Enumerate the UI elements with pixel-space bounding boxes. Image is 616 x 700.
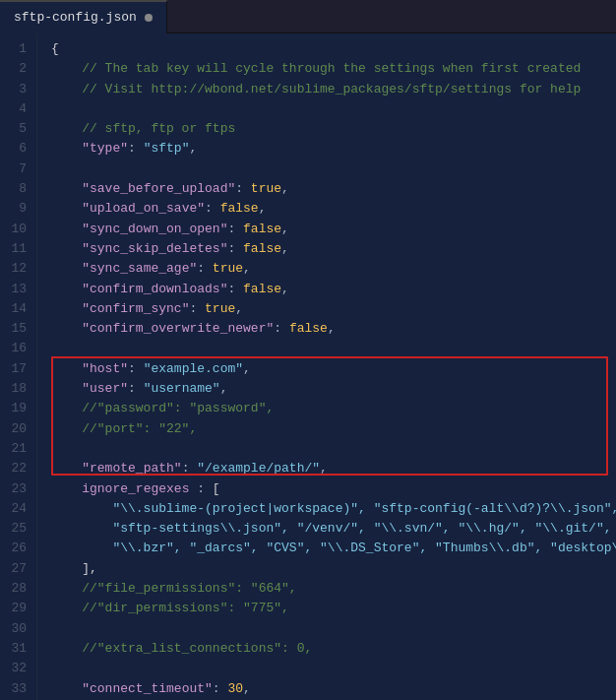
line-number: 1 — [0, 39, 36, 59]
line-number: 26 — [0, 539, 36, 558]
line-numbers: 1234567891011121314151617181920212223242… — [0, 33, 37, 700]
line-number: 3 — [0, 80, 36, 99]
code-line: "confirm_overwrite_newer": false, — [51, 319, 616, 339]
tab-filename: sftp-config.json — [14, 10, 137, 25]
code-line — [51, 659, 616, 678]
line-number: 11 — [0, 239, 36, 259]
code-line: //"dir_permissions": "775", — [51, 599, 616, 618]
line-number: 25 — [0, 519, 36, 539]
code-line: "connect_timeout": 30, — [51, 679, 616, 699]
line-number: 14 — [0, 299, 36, 319]
line-number: 2 — [0, 59, 36, 79]
code-line — [51, 619, 616, 639]
code-line: "remote_path": "/example/path/", — [51, 459, 616, 478]
code-line: "\\.sublime-(project|workspace)", "sftp-… — [51, 499, 616, 519]
code-line: "user": "username", — [51, 379, 616, 399]
code-line: { — [51, 39, 616, 59]
code-line: //"extra_list_connections": 0, — [51, 639, 616, 659]
line-number: 32 — [0, 659, 36, 678]
line-number: 13 — [0, 280, 36, 299]
code-line: "sync_skip_deletes": false, — [51, 239, 616, 259]
line-number: 10 — [0, 220, 36, 239]
line-number: 27 — [0, 559, 36, 579]
line-number: 17 — [0, 359, 36, 379]
line-number: 4 — [0, 99, 36, 119]
app-window: sftp-config.json 12345678910111213141516… — [0, 0, 616, 700]
code-line: "sync_same_age": true, — [51, 259, 616, 279]
line-number: 6 — [0, 139, 36, 159]
code-line: //"port": "22", — [51, 419, 616, 439]
code-area[interactable]: { // The tab key will cycle through the … — [37, 33, 616, 700]
line-number: 29 — [0, 599, 36, 618]
line-number: 30 — [0, 619, 36, 639]
line-number: 9 — [0, 199, 36, 219]
code-line — [51, 99, 616, 119]
code-line: "host": "example.com", — [51, 359, 616, 379]
code-line: // The tab key will cycle through the se… — [51, 59, 616, 79]
code-line: "confirm_sync": true, — [51, 299, 616, 319]
code-line — [51, 339, 616, 358]
code-line — [51, 159, 616, 179]
code-line: "upload_on_save": false, — [51, 199, 616, 219]
line-number: 20 — [0, 419, 36, 439]
code-line: "confirm_downloads": false, — [51, 280, 616, 299]
tab-sftp-config[interactable]: sftp-config.json — [0, 0, 167, 33]
line-number: 33 — [0, 679, 36, 699]
line-number: 12 — [0, 259, 36, 279]
line-number: 5 — [0, 119, 36, 139]
line-number: 28 — [0, 579, 36, 599]
line-number: 7 — [0, 159, 36, 179]
line-number: 16 — [0, 339, 36, 358]
code-line: //"file_permissions": "664", — [51, 579, 616, 599]
line-number: 22 — [0, 459, 36, 478]
line-number: 21 — [0, 439, 36, 459]
line-number: 24 — [0, 499, 36, 519]
code-line: ignore_regexes : [ — [51, 479, 616, 499]
line-number: 31 — [0, 639, 36, 659]
code-line: "\\.bzr", "_darcs", "CVS", "\\.DS_Store"… — [51, 539, 616, 558]
line-number: 15 — [0, 319, 36, 339]
code-line: ], — [51, 559, 616, 579]
tab-bar: sftp-config.json — [0, 0, 616, 33]
line-number: 8 — [0, 179, 36, 199]
line-number: 19 — [0, 399, 36, 418]
code-line: "sftp-settings\\.json", "/venv/", "\\.sv… — [51, 519, 616, 539]
line-number: 23 — [0, 479, 36, 499]
code-line — [51, 439, 616, 459]
code-line: "type": "sftp", — [51, 139, 616, 159]
code-line: // sftp, ftp or ftps — [51, 119, 616, 139]
editor: 1234567891011121314151617181920212223242… — [0, 33, 616, 700]
code-line: //"password": "password", — [51, 399, 616, 418]
line-number: 18 — [0, 379, 36, 399]
code-line: "sync_down_on_open": false, — [51, 220, 616, 239]
code-line: // Visit http://wbond.net/sublime_packag… — [51, 80, 616, 99]
code-line: "save_before_upload": true, — [51, 179, 616, 199]
tab-close-dot[interactable] — [145, 14, 153, 22]
